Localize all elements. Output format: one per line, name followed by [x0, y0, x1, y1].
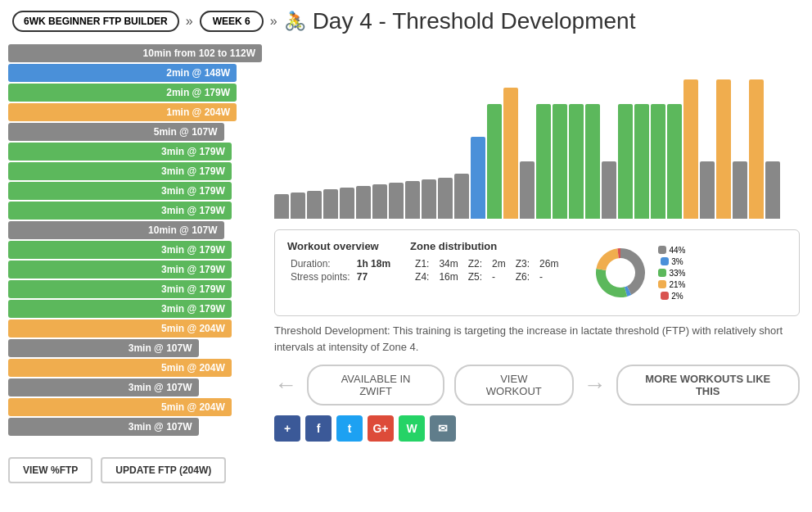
legend-label: 21% [669, 280, 685, 289]
chevron-right-icon: » [186, 14, 193, 29]
chart-bar [700, 161, 715, 219]
share-plus-button[interactable]: + [274, 415, 300, 442]
stress-label: Stress points: [287, 270, 354, 283]
duration-value: 1h 18m [354, 257, 394, 270]
main-layout: 10min from 102 to 112W2min @ 148W2min @ … [0, 43, 812, 453]
legend-color [661, 257, 669, 265]
workout-description: Threshold Development: This training is … [274, 323, 800, 355]
interval-bar: 3min @ 179W [8, 241, 232, 259]
chart-bar [585, 104, 600, 219]
bike-icon: 🚴 [284, 11, 306, 32]
legend-label: 2% [671, 292, 683, 301]
chart-bar [471, 137, 485, 219]
chart-bar [389, 183, 404, 219]
week-button[interactable]: WEEK 6 [200, 11, 264, 32]
interval-bar: 5min @ 204W [8, 398, 232, 416]
z1-value: 34m [434, 257, 462, 270]
view-workout-button[interactable]: VIEW WORKOUT [454, 365, 573, 406]
interval-bar: 3min @ 107W [8, 378, 199, 396]
chart-bar [307, 191, 322, 219]
duration-label: Duration: [287, 257, 354, 270]
legend-color [658, 269, 666, 277]
interval-bar: 3min @ 179W [8, 300, 232, 318]
chart-bar [274, 194, 289, 219]
share-email-button[interactable]: ✉ [430, 415, 456, 442]
interval-bar: 3min @ 179W [8, 280, 232, 298]
interval-bar: 10min from 102 to 112W [8, 44, 262, 62]
chart-bar [422, 179, 436, 219]
z5-value: - [487, 270, 511, 283]
legend-label: 3% [671, 257, 683, 266]
legend-label: 44% [669, 246, 685, 255]
legend-row: 33% [658, 269, 685, 278]
chart-bar [536, 104, 551, 219]
interval-bar: 3min @ 179W [8, 162, 232, 180]
chart-bar [733, 161, 747, 219]
chart-bar [683, 79, 698, 219]
more-workouts-button[interactable]: MORE WORKOUTS LIKE THIS [616, 365, 800, 406]
share-google-button[interactable]: G+ [368, 415, 394, 442]
z2-value: 2m [487, 257, 511, 270]
share-whatsapp-button[interactable]: W [399, 415, 425, 442]
z4-value: 16m [434, 270, 462, 283]
chart-bar [405, 181, 420, 219]
zone-distribution: Zone distribution Z1: 34m Z2: 2m Z3: 26m… [410, 240, 563, 283]
interval-bar: 3min @ 179W [8, 182, 232, 200]
legend-color [658, 246, 666, 254]
interval-bar: 2min @ 148W [8, 64, 237, 82]
stress-value: 77 [354, 270, 394, 283]
z3-value: 26m [535, 257, 563, 270]
breadcrumb-button[interactable]: 6WK BEGINNER FTP BUILDER [12, 11, 179, 32]
workout-overview: Workout overview Duration: 1h 18m Stress… [287, 240, 394, 283]
donut-segment [596, 269, 627, 297]
chart-bar [749, 79, 764, 219]
view-ftp-button[interactable]: VIEW %FTP [8, 457, 92, 483]
donut-segment [597, 248, 619, 270]
chart-bar [520, 161, 535, 219]
legend-row: 44% [658, 246, 685, 255]
interval-bar: 10min @ 107W [8, 221, 224, 239]
legend-color [661, 292, 669, 300]
z5-label: Z5: [463, 270, 487, 283]
chart-bar [602, 161, 616, 219]
update-ftp-button[interactable]: UPDATE FTP (204W) [101, 457, 226, 483]
share-twitter-button[interactable]: t [336, 415, 363, 442]
header: 6WK BEGINNER FTP BUILDER » WEEK 6 » 🚴 Da… [0, 0, 812, 43]
overview-title: Workout overview [287, 240, 394, 252]
interval-bar: 5min @ 107W [8, 123, 224, 141]
chevron-right-icon2: » [270, 14, 277, 29]
chart-bar [356, 186, 371, 219]
z2-label: Z2: [463, 257, 487, 270]
legend-color [658, 280, 666, 288]
chart-bar [618, 104, 633, 219]
sidebar: 10min from 102 to 112W2min @ 148W2min @ … [0, 43, 262, 453]
donut-chart-area: 44%3%33%21%2% [588, 240, 685, 306]
zone-dist-title: Zone distribution [410, 240, 563, 252]
next-arrow-icon[interactable]: → [584, 372, 607, 398]
prev-arrow-icon[interactable]: ← [274, 372, 297, 398]
chart-bar [716, 79, 731, 219]
z6-label: Z6: [511, 270, 535, 283]
interval-bar: 2min @ 179W [8, 84, 237, 102]
z3-label: Z3: [511, 257, 535, 270]
zone-legend: 44%3%33%21%2% [658, 246, 685, 301]
chart-bar [438, 178, 453, 219]
share-facebook-button[interactable]: f [305, 415, 332, 442]
chart-bar [569, 104, 584, 219]
interval-bar: 3min @ 179W [8, 143, 232, 161]
interval-bar: 1min @ 204W [8, 103, 237, 121]
chart-bar [553, 104, 567, 219]
chart-bar [487, 104, 502, 219]
chart-bar [503, 88, 518, 219]
chart-bar [323, 189, 338, 219]
legend-row: 21% [658, 280, 685, 289]
available-in-zwift-button[interactable]: AVAILABLE IN ZWIFT [307, 365, 444, 406]
legend-label: 33% [669, 269, 685, 278]
social-share-row: + f t G+ W ✉ [274, 415, 800, 442]
interval-bar: 3min @ 179W [8, 261, 232, 279]
legend-row: 2% [661, 292, 683, 301]
bottom-buttons: VIEW %FTP UPDATE FTP (204W) [0, 453, 812, 487]
interval-bar: 5min @ 204W [8, 359, 232, 377]
chart-bar [651, 104, 665, 219]
chart-bar [372, 184, 387, 219]
